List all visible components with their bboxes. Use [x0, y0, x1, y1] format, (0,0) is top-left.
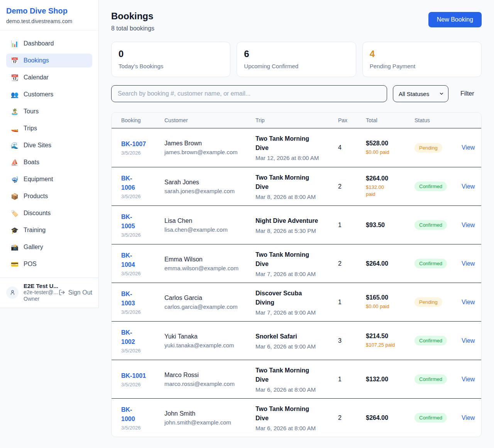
trip-datetime: Mar 12, 2026 at 8:00 AM — [255, 155, 338, 161]
status-badge: Confirmed — [414, 374, 447, 384]
trip-name: Two Tank Morning Dive — [255, 134, 338, 153]
booking-id-link[interactable]: BK-1007 — [121, 140, 164, 149]
view-link[interactable]: View — [462, 144, 475, 151]
view-link[interactable]: View — [462, 260, 475, 267]
view-link[interactable]: View — [462, 337, 475, 344]
col-header-total: Total — [366, 117, 414, 123]
stat-value: 4 — [370, 49, 474, 59]
brand: Demo Dive Shop demo.test.divestreams.com — [0, 0, 98, 30]
calendar-icon: 📅 — [11, 57, 19, 64]
trip-name: Two Tank Morning Dive — [255, 250, 338, 269]
booking-id-link[interactable]: BK- 1003 — [121, 290, 164, 308]
pax-count: 2 — [338, 260, 366, 267]
stat-label: Today's Bookings — [118, 63, 223, 69]
sidebar: Demo Dive Shop demo.test.divestreams.com… — [0, 0, 99, 308]
sidebar-item-label: Dive Sites — [24, 142, 51, 149]
sidebar-item-boats[interactable]: ⛵ Boats — [6, 155, 92, 169]
customer-name: Carlos Garcia — [164, 295, 255, 301]
trip-datetime: Mar 6, 2026 at 8:00 AM — [255, 386, 338, 393]
trip-name: Discover Scuba Diving — [255, 289, 338, 307]
sidebar-item-equipment[interactable]: 🤿 Equipment — [6, 172, 92, 186]
booking-id-link[interactable]: BK- 1002 — [121, 328, 164, 347]
table-row: BK- 1005 3/5/2026 Lisa Chen lisa.chen@ex… — [112, 205, 481, 244]
sidebar-item-label: Customers — [24, 91, 53, 98]
search-input[interactable] — [111, 85, 387, 102]
credit-card-icon: 💳 — [11, 261, 19, 268]
table-row: BK- 1002 3/5/2026 Yuki Tanaka yuki.tanak… — [112, 321, 481, 360]
view-link[interactable]: View — [462, 414, 475, 421]
view-link[interactable]: View — [462, 299, 475, 305]
sidebar-item-pos[interactable]: 💳 POS — [6, 257, 92, 271]
filter-button[interactable]: Filter — [460, 90, 474, 97]
stats-row: 0 Today's Bookings 6 Upcoming Confirmed … — [111, 42, 482, 77]
main-content: Bookings 8 total bookings New Booking 0 … — [99, 0, 494, 437]
booking-date: 3/5/2026 — [121, 348, 164, 354]
view-link[interactable]: View — [462, 376, 475, 382]
booking-date: 3/5/2026 — [121, 309, 164, 315]
sidebar-item-label: Discounts — [24, 210, 51, 217]
booking-date: 3/5/2026 — [121, 382, 164, 387]
table-row: BK- 1000 3/5/2026 John Smith john.smith@… — [112, 398, 481, 437]
booking-id-link[interactable]: BK- 1004 — [121, 251, 164, 269]
sign-out-icon — [59, 289, 65, 296]
booking-id-link[interactable]: BK- 1005 — [121, 212, 164, 231]
customer-name: Emma Wilson — [164, 256, 255, 263]
sidebar-item-training[interactable]: 🎓 Training — [6, 223, 92, 237]
total-amount: $264.00 — [366, 175, 414, 182]
booking-id-link[interactable]: BK-1001 — [121, 371, 164, 381]
table-row: BK- 1004 3/5/2026 Emma Wilson emma.wilso… — [112, 244, 481, 283]
bookings-table-body: BK-1007 3/5/2026 James Brown james.brown… — [112, 128, 481, 437]
sidebar-item-label: Gallery — [24, 244, 43, 251]
stat-value: 6 — [244, 49, 349, 59]
bar-chart-icon: 📊 — [11, 40, 19, 47]
page-title: Bookings — [111, 11, 154, 22]
new-booking-button[interactable]: New Booking — [428, 12, 482, 27]
view-link[interactable]: View — [462, 183, 475, 190]
water-wave-icon: 🌊 — [11, 142, 19, 149]
booking-id-link[interactable]: BK- 1000 — [121, 405, 164, 424]
person-icon — [9, 289, 16, 296]
booking-date: 3/5/2026 — [121, 271, 164, 276]
sidebar-item-bookings[interactable]: 📅 Bookings — [6, 54, 92, 67]
status-badge: Confirmed — [414, 336, 447, 345]
booking-id-link[interactable]: BK- 1006 — [121, 174, 164, 192]
status-badge: Confirmed — [414, 413, 447, 423]
col-header-trip: Trip — [255, 117, 338, 123]
sidebar-item-customers[interactable]: 👥 Customers — [6, 88, 92, 101]
sidebar-item-dive-sites[interactable]: 🌊 Dive Sites — [6, 138, 92, 152]
sign-out-button[interactable]: Sign Out — [59, 289, 92, 296]
sidebar-item-gallery[interactable]: 📸 Gallery — [6, 240, 92, 254]
sidebar-item-dashboard[interactable]: 📊 Dashboard — [6, 37, 92, 51]
total-amount: $528.00 — [366, 140, 414, 147]
pax-count: 1 — [338, 376, 366, 383]
sidebar-item-trips[interactable]: 🚤 Trips — [6, 121, 92, 135]
customer-email: lisa.chen@example.com — [164, 226, 255, 233]
col-header-pax: Pax — [338, 117, 366, 123]
sidebar-item-products[interactable]: 📦 Products — [6, 189, 92, 203]
pax-count: 3 — [338, 337, 366, 344]
user-info: E2E Test U... e2e-tester@... Owner — [24, 283, 54, 302]
trip-name: Night Dive Adventure — [255, 216, 338, 226]
customer-email: marco.rossi@example.com — [164, 381, 255, 387]
diving-mask-icon: 🤿 — [11, 176, 19, 183]
user-email: e2e-tester@... — [24, 289, 54, 296]
status-select[interactable]: All Statuses — [393, 85, 448, 102]
total-amount: $264.00 — [366, 414, 414, 421]
view-link[interactable]: View — [462, 222, 475, 228]
package-icon: 📦 — [11, 193, 19, 200]
user-role: Owner — [24, 296, 54, 302]
page-header: Bookings 8 total bookings New Booking — [111, 11, 482, 32]
sidebar-item-calendar[interactable]: 📆 Calendar — [6, 71, 92, 84]
sidebar-item-label: Products — [24, 193, 48, 200]
paid-amount: $0.00 paid — [366, 149, 414, 156]
sidebar-item-discounts[interactable]: 🏷️ Discounts — [6, 206, 92, 220]
customer-email: yuki.tanaka@example.com — [164, 342, 255, 349]
sidebar-item-label: Training — [24, 227, 46, 234]
sidebar-item-tours[interactable]: 🏝️ Tours — [6, 104, 92, 118]
status-select-wrap: All Statuses — [393, 85, 448, 102]
booking-date: 3/5/2026 — [121, 194, 164, 199]
col-header-booking: Booking — [121, 117, 164, 123]
col-header-customer: Customer — [164, 117, 255, 123]
trip-datetime: Mar 7, 2026 at 9:00 AM — [255, 309, 338, 316]
stat-value: 0 — [118, 49, 223, 59]
